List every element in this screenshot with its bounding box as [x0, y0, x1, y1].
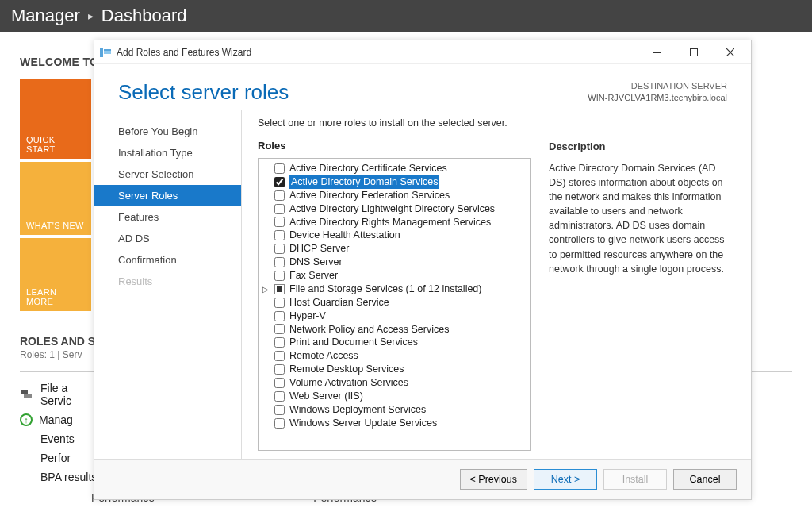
role-row[interactable]: Active Directory Domain Services [260, 175, 529, 189]
role-checkbox[interactable] [274, 244, 285, 254]
role-checkbox[interactable] [274, 418, 285, 429]
role-row[interactable]: Windows Server Update Services [260, 417, 529, 430]
role-row[interactable]: Volume Activation Services [260, 376, 529, 390]
arrow-up-icon: ↑ [20, 413, 33, 426]
role-checkbox[interactable] [274, 163, 285, 174]
role-checkbox[interactable] [274, 298, 285, 308]
role-row[interactable]: DHCP Server [260, 242, 529, 256]
wizard-nav-item[interactable]: Before You Begin [94, 121, 241, 142]
breadcrumb-dashboard[interactable]: Dashboard [102, 6, 187, 26]
description-heading: Description [549, 140, 735, 155]
role-checkbox[interactable] [274, 391, 285, 402]
role-label: Windows Server Update Services [289, 417, 437, 430]
role-row[interactable]: Device Health Attestation [260, 229, 529, 242]
role-label: Active Directory Federation Services [289, 189, 450, 202]
role-checkbox[interactable] [274, 271, 285, 281]
wizard-nav-item[interactable]: Installation Type [94, 142, 241, 163]
wizard-nav-item[interactable]: Server Roles [94, 185, 241, 206]
destination-server-block: DESTINATION SERVER WIN-RJVCLVA1RM3.techy… [588, 80, 727, 105]
minimize-button[interactable] [642, 42, 673, 63]
wizard-footer: < Previous Next > Install Cancel [94, 459, 751, 499]
tile-learn-more[interactable]: LEARN MORE [20, 238, 91, 311]
role-checkbox[interactable] [274, 230, 285, 240]
maximize-button[interactable] [678, 42, 710, 63]
role-label: Hyper-V [289, 310, 326, 323]
role-label: DHCP Server [289, 242, 349, 256]
role-label: File and Storage Services (1 of 12 insta… [289, 283, 482, 296]
role-row[interactable]: DNS Server [260, 256, 529, 269]
close-button[interactable] [714, 42, 746, 63]
role-row[interactable]: ▷File and Storage Services (1 of 12 inst… [260, 283, 529, 296]
breadcrumb-root[interactable]: Manager [11, 6, 80, 26]
role-checkbox[interactable] [274, 204, 285, 214]
add-roles-wizard-window: Add Roles and Features Wizard Select ser… [94, 40, 752, 500]
role-label: Web Server (IIS) [289, 390, 363, 403]
role-checkbox[interactable] [274, 324, 285, 334]
description-text: Active Directory Domain Services (AD DS)… [549, 161, 735, 276]
svg-rect-5 [653, 52, 661, 53]
storage-icon [20, 387, 34, 402]
wizard-titlebar: Add Roles and Features Wizard [94, 40, 751, 64]
cancel-button[interactable]: Cancel [673, 469, 737, 490]
role-label: Host Guardian Service [289, 296, 389, 310]
role-row[interactable]: Hyper-V [260, 310, 529, 323]
svg-rect-4 [104, 49, 111, 51]
wizard-heading: Select server roles [118, 80, 588, 105]
wizard-nav-item[interactable]: Features [94, 206, 241, 228]
role-checkbox[interactable] [274, 177, 285, 187]
next-button[interactable]: Next > [534, 469, 597, 490]
install-button[interactable]: Install [603, 469, 667, 490]
role-label: Print and Document Services [289, 336, 418, 349]
role-label: Network Policy and Access Services [289, 323, 449, 336]
role-checkbox[interactable] [274, 257, 285, 267]
svg-rect-2 [100, 48, 103, 57]
role-row[interactable]: Web Server (IIS) [260, 390, 529, 403]
role-label: Fax Server [289, 269, 338, 283]
wizard-nav: Before You BeginInstallation TypeServer … [94, 110, 241, 459]
role-label: DNS Server [289, 256, 343, 269]
role-row[interactable]: Fax Server [260, 269, 529, 283]
role-row[interactable]: Active Directory Certificate Services [260, 162, 529, 175]
server-manager-titlebar: Manager ▸ Dashboard [0, 0, 812, 32]
destination-label: DESTINATION SERVER [588, 80, 727, 92]
destination-server-name: WIN-RJVCLVA1RM3.techybirb.local [588, 92, 727, 104]
svg-rect-1 [24, 394, 32, 398]
role-label: Volume Activation Services [289, 376, 408, 390]
role-row[interactable]: Network Policy and Access Services [260, 323, 529, 336]
role-checkbox[interactable] [274, 337, 285, 348]
role-label: Active Directory Domain Services [289, 175, 439, 189]
role-row[interactable]: Active Directory Rights Management Servi… [260, 216, 529, 229]
roles-column-heading: Roles [258, 140, 531, 152]
role-checkbox[interactable] [274, 284, 285, 294]
wizard-nav-item[interactable]: Confirmation [94, 249, 241, 271]
chevron-right-icon[interactable]: ▷ [262, 284, 269, 295]
role-row[interactable]: Remote Access [260, 349, 529, 363]
wizard-nav-item[interactable]: AD DS [94, 228, 241, 249]
wizard-title: Add Roles and Features Wizard [117, 47, 251, 58]
tile-whats-new[interactable]: WHAT'S NEW [20, 162, 91, 235]
role-row[interactable]: Active Directory Lightweight Directory S… [260, 202, 529, 216]
svg-rect-6 [691, 48, 698, 56]
wizard-icon [99, 46, 112, 59]
tile-quick-start[interactable]: QUICK START [20, 79, 91, 159]
role-row[interactable]: Print and Document Services [260, 336, 529, 349]
previous-button[interactable]: < Previous [460, 469, 527, 490]
role-label: Remote Access [289, 349, 358, 363]
roles-listbox[interactable]: Active Directory Certificate ServicesAct… [258, 158, 531, 451]
wizard-nav-item[interactable]: Server Selection [94, 163, 241, 185]
role-checkbox[interactable] [274, 190, 285, 201]
role-row[interactable]: Host Guardian Service [260, 296, 529, 310]
role-row[interactable]: Remote Desktop Services [260, 363, 529, 376]
role-row[interactable]: Windows Deployment Services [260, 403, 529, 417]
role-label: Remote Desktop Services [289, 363, 404, 376]
role-checkbox[interactable] [274, 364, 285, 375]
role-checkbox[interactable] [274, 217, 285, 227]
chevron-right-icon: ▸ [88, 10, 94, 22]
role-label: Windows Deployment Services [289, 403, 426, 417]
role-checkbox[interactable] [274, 405, 285, 415]
role-checkbox[interactable] [274, 378, 285, 388]
role-checkbox[interactable] [274, 351, 285, 361]
role-row[interactable]: Active Directory Federation Services [260, 189, 529, 202]
role-checkbox[interactable] [274, 311, 285, 321]
role-label: Active Directory Lightweight Directory S… [289, 202, 495, 216]
